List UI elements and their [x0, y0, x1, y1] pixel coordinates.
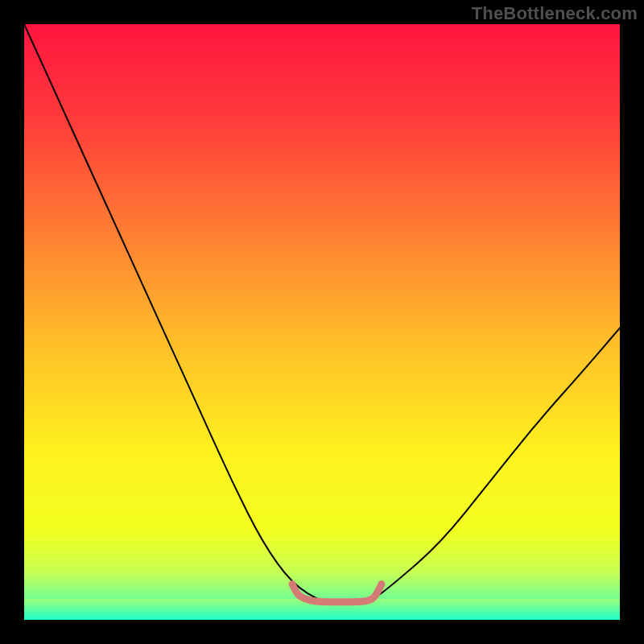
- highlight-bump: [24, 24, 620, 620]
- chart-frame: TheBottleneck.com: [0, 0, 644, 644]
- plot-area: [24, 24, 620, 620]
- watermark-text: TheBottleneck.com: [472, 3, 638, 24]
